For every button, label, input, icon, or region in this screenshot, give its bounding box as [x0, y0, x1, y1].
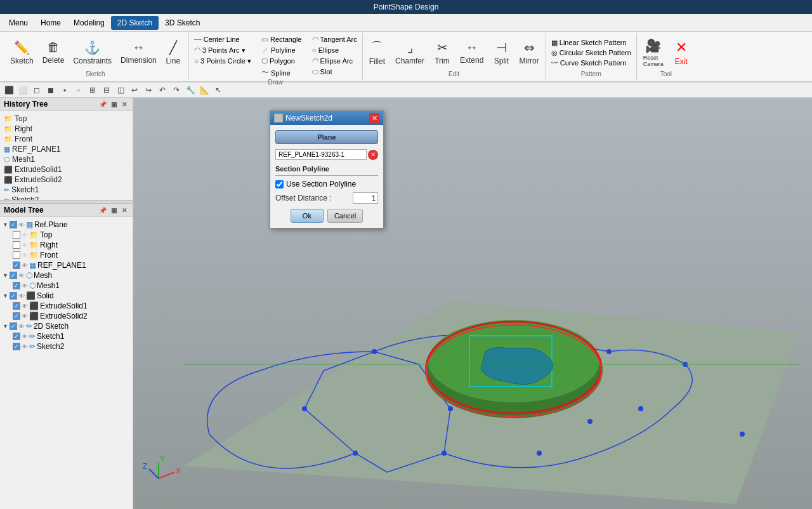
toolbar-icon-7[interactable]: ⊞ — [86, 84, 99, 96]
model-tree-solid-group[interactable]: ▼ ✓ 👁 ⬛ Solid — [1, 291, 131, 301]
model-tree-pin[interactable]: 📌 — [98, 206, 107, 215]
cb-2dsketch[interactable]: ✓ — [10, 322, 17, 330]
history-item-mesh1[interactable]: ⬡ Mesh1 — [1, 154, 131, 164]
cursor-icon[interactable]: ↖ — [212, 84, 225, 96]
spline-button[interactable]: 〜 Spline — [259, 67, 304, 79]
model-tree-mesh1[interactable]: ✓ 👁 ⬡ Mesh1 — [1, 281, 131, 291]
history-item-refplane1[interactable]: ▦ REF_PLANE1 — [1, 144, 131, 154]
trim-button[interactable]: ✂ Trim — [431, 38, 454, 67]
cb-mesh[interactable]: ✓ — [10, 272, 17, 279]
sketch-button[interactable]: ✏️ Sketch — [6, 38, 37, 67]
toolbar-icon-11[interactable]: ↪ — [142, 84, 155, 96]
polyline-button[interactable]: ⟋ Polyline — [259, 45, 304, 55]
reset-camera-button[interactable]: 🎥 ResetCamera — [639, 36, 667, 69]
cb-extrude1[interactable]: ✓ — [13, 302, 20, 310]
toolbar-icon-9[interactable]: ◫ — [114, 84, 127, 96]
cb-solid[interactable]: ✓ — [10, 292, 17, 300]
slot-button[interactable]: ⬭ Slot — [310, 67, 360, 77]
model-tree-sketch1[interactable]: ✓ 👁 ✏ Sketch1 — [1, 331, 131, 341]
model-tree-extrudesolid2[interactable]: ✓ 👁 ⬛ ExtrudeSolid2 — [1, 311, 131, 321]
history-item-extrudesolid1[interactable]: ⬛ ExtrudeSolid1 — [1, 164, 131, 175]
toolbar-icon-13[interactable]: ↷ — [170, 84, 183, 96]
use-section-polyline-checkbox[interactable] — [275, 180, 284, 188]
ref-plane-clear-button[interactable]: ✕ — [368, 150, 378, 160]
cb-sketch1[interactable]: ✓ — [13, 333, 20, 340]
history-item-top[interactable]: 📁 Top — [1, 114, 131, 124]
dimension-button[interactable]: ↔ Dimension — [117, 38, 160, 67]
mirror-button[interactable]: ⇔ Mirror — [515, 38, 542, 67]
history-item-sketch2[interactable]: ✏ Sketch2 — [1, 195, 131, 200]
fillet-button[interactable]: ⌒ Fillet — [365, 37, 389, 68]
model-tree-refplane-group[interactable]: ▼ ✓ 👁 ▦ Ref.Plane — [1, 220, 131, 230]
line-button[interactable]: ╱ Line — [162, 38, 185, 67]
extend-button[interactable]: ↔ Extend — [456, 38, 487, 67]
toolbar-icon-14[interactable]: 🔧 — [184, 84, 197, 96]
curve-sketch-pattern-button[interactable]: 〰 Curve Sketch Pattern — [549, 58, 634, 67]
chamfer-button[interactable]: ⌟ Chamfer — [391, 38, 428, 67]
history-tree-close[interactable]: ✕ — [120, 100, 129, 109]
constraints-button[interactable]: ⚓ Constraints — [69, 38, 115, 67]
history-item-extrudesolid2[interactable]: ⬛ ExtrudeSolid2 — [1, 175, 131, 185]
menu-modeling[interactable]: Modeling — [67, 16, 111, 30]
history-item-sketch1[interactable]: ✏ Sketch1 — [1, 185, 131, 195]
dialog-close-button[interactable]: ✕ — [369, 113, 379, 123]
toolbar-icon-1[interactable]: ⬛ — [3, 84, 15, 96]
cb-refplane[interactable]: ✓ — [10, 221, 17, 228]
model-tree-sketch2[interactable]: ✓ 👁 ✏ Sketch2 — [1, 341, 131, 352]
cancel-button[interactable]: Cancel — [327, 209, 363, 223]
polygon-button[interactable]: ⬡ Polygon — [259, 56, 304, 66]
delete-button[interactable]: 🗑 Delete — [39, 38, 69, 67]
cb-mesh1[interactable]: ✓ — [13, 282, 20, 289]
viewport[interactable]: X Y Z NewSketch2d ✕ — [133, 98, 812, 509]
cb-top[interactable] — [13, 231, 20, 239]
cb-front[interactable] — [13, 251, 20, 259]
cb-right[interactable] — [13, 241, 20, 249]
circular-sketch-pattern-button[interactable]: ◎ Circular Sketch Pattern — [549, 48, 634, 58]
toolbar-icon-6[interactable]: ▫ — [72, 84, 85, 96]
model-tree-top[interactable]: 👁 📁 Top — [1, 230, 131, 240]
toolbar-icon-10[interactable]: ↩ — [128, 84, 141, 96]
section-divider — [275, 175, 378, 176]
ok-button[interactable]: Ok — [291, 209, 324, 223]
toolbar-icon-2[interactable]: ⬜ — [16, 84, 29, 96]
model-tree-extrudesolid1[interactable]: ✓ 👁 ⬛ ExtrudeSolid1 — [1, 301, 131, 311]
model-tree-2d-sketch-group[interactable]: ▼ ✓ 👁 ✏ 2D Sketch — [1, 321, 131, 331]
ellipse-arc-button[interactable]: ◠ Ellipse Arc — [310, 56, 360, 66]
ellipse-button[interactable]: ○ Ellipse — [310, 45, 360, 55]
rectangle-button[interactable]: ▭ Rectangle — [259, 34, 304, 44]
exit-button[interactable]: ✕ Exit — [670, 37, 693, 68]
toolbar-icon-3[interactable]: ◻ — [30, 84, 43, 96]
cb-refplane1[interactable]: ✓ — [13, 261, 20, 269]
history-item-right[interactable]: 📁 Right — [1, 124, 131, 134]
menu-menu[interactable]: Menu — [3, 16, 34, 30]
model-tree-refplane1[interactable]: ✓ 👁 ▦ REF_PLANE1 — [1, 260, 131, 270]
toolbar-icon-15[interactable]: 📐 — [198, 84, 211, 96]
history-tree-pin[interactable]: 📌 — [98, 100, 107, 109]
cb-extrude2[interactable]: ✓ — [13, 312, 20, 320]
cb-sketch2[interactable]: ✓ — [13, 343, 20, 350]
toolbar-icon-4[interactable]: ◼ — [44, 84, 57, 96]
3-points-arc-button[interactable]: ◠ 3 Points Arc ▾ — [192, 45, 254, 55]
model-tree-front[interactable]: 👁 📁 Front — [1, 250, 131, 260]
plane-button[interactable]: Plane — [275, 130, 378, 144]
split-button[interactable]: ⊣ Split — [490, 38, 513, 67]
model-tree-resize[interactable]: ▣ — [109, 206, 118, 215]
model-tree-close[interactable]: ✕ — [120, 206, 129, 215]
linear-sketch-pattern-button[interactable]: ▦ Linear Sketch Pattern — [549, 38, 634, 48]
history-tree-resize[interactable]: ▣ — [109, 100, 118, 109]
ref-plane-field[interactable] — [275, 149, 367, 160]
dialog-titlebar: NewSketch2d ✕ — [270, 111, 383, 125]
center-line-button[interactable]: — Center Line — [192, 34, 254, 44]
toolbar-icon-8[interactable]: ⊟ — [100, 84, 113, 96]
history-item-front[interactable]: 📁 Front — [1, 134, 131, 144]
offset-distance-input[interactable] — [353, 192, 378, 204]
toolbar-icon-12[interactable]: ↶ — [156, 84, 169, 96]
menu-home[interactable]: Home — [34, 16, 67, 30]
menu-3d-sketch[interactable]: 3D Sketch — [159, 16, 206, 30]
model-tree-mesh-group[interactable]: ▼ ✓ 👁 ⬡ Mesh — [1, 270, 131, 281]
menu-2d-sketch[interactable]: 2D Sketch — [111, 16, 159, 30]
3-points-circle-button[interactable]: ○ 3 Points Circle ▾ — [192, 56, 254, 66]
model-tree-right[interactable]: 👁 📁 Right — [1, 240, 131, 250]
tangent-arc-button[interactable]: ◠ Tangent Arc — [310, 34, 360, 44]
toolbar-icon-5[interactable]: ▪ — [58, 84, 71, 96]
